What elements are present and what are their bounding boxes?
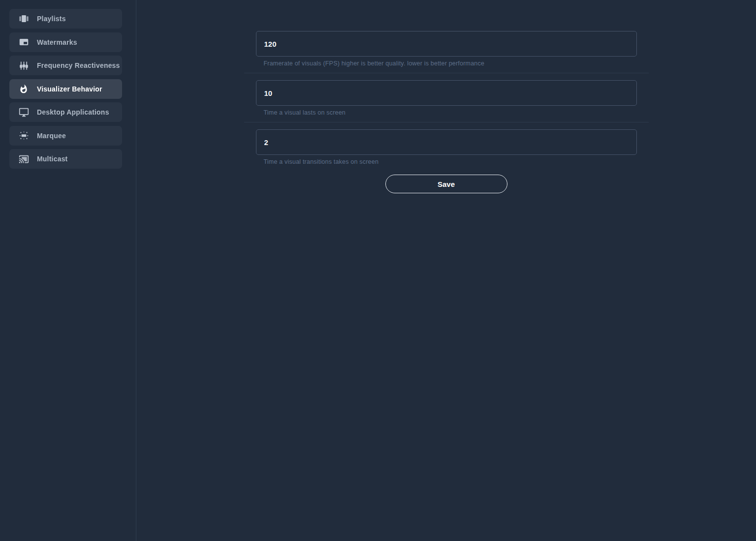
watermarks-icon: [18, 37, 29, 48]
settings-panel: Framerate of visuals (FPS) higher is bet…: [136, 0, 756, 541]
section-divider: [244, 122, 649, 122]
visual-duration-input[interactable]: [256, 80, 637, 106]
transition-duration-field-group: Time a visual transitions takes on scree…: [244, 126, 649, 166]
sidebar-item-marquee[interactable]: Marquee: [9, 126, 122, 146]
marquee-lights-icon: [18, 130, 29, 141]
sidebar-item-label: Watermarks: [37, 38, 77, 46]
flame-icon: [18, 84, 29, 94]
framerate-input[interactable]: [256, 31, 637, 57]
framerate-helper-text: Framerate of visuals (FPS) higher is bet…: [264, 60, 637, 67]
visual-duration-helper-text: Time a visual lasts on screen: [264, 109, 637, 117]
playlists-icon: [18, 13, 29, 24]
transition-duration-helper-text: Time a visual transitions takes on scree…: [264, 158, 637, 166]
sidebar-item-label: Playlists: [37, 15, 66, 23]
sidebar-item-label: Visualizer Behavior: [37, 85, 102, 93]
sidebar-item-label: Multicast: [37, 155, 67, 163]
cast-icon: [18, 153, 29, 164]
sidebar-item-label: Desktop Applications: [37, 108, 109, 116]
sidebar-item-multicast[interactable]: Multicast: [9, 149, 122, 169]
sidebar-item-visualizer-behavior[interactable]: Visualizer Behavior: [9, 79, 122, 99]
sidebar-item-label: Frequency Reactiveness: [37, 61, 120, 69]
visual-duration-field-group: Time a visual lasts on screen: [244, 77, 649, 117]
sidebar-item-label: Marquee: [37, 132, 66, 140]
framerate-field-group: Framerate of visuals (FPS) higher is bet…: [244, 31, 649, 67]
section-divider: [244, 73, 649, 73]
desktop-monitor-icon: [18, 107, 29, 118]
save-button[interactable]: Save: [385, 175, 507, 193]
sidebar: Playlists Watermarks Frequency Reactiven…: [0, 0, 136, 541]
sidebar-item-desktop-applications[interactable]: Desktop Applications: [9, 102, 122, 122]
transition-duration-input[interactable]: [256, 129, 637, 155]
sidebar-item-playlists[interactable]: Playlists: [9, 9, 122, 29]
frequency-sliders-icon: [18, 60, 29, 71]
sidebar-item-watermarks[interactable]: Watermarks: [9, 32, 122, 52]
sidebar-item-frequency-reactiveness[interactable]: Frequency Reactiveness: [9, 56, 122, 75]
